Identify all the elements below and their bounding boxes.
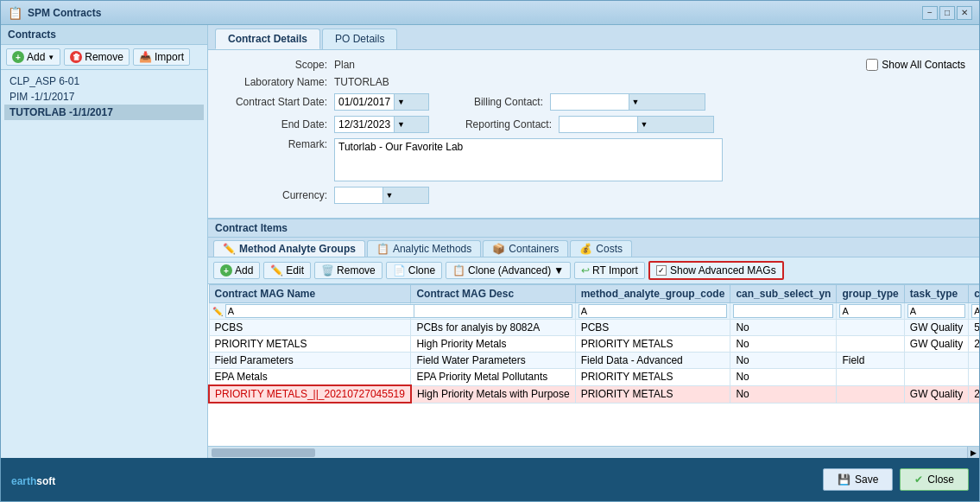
tab-contract-details[interactable]: Contract Details (215, 29, 320, 49)
items-edit-label: Edit (286, 264, 304, 276)
rt-import-button[interactable]: ↩ RT Import (574, 262, 645, 279)
add-icon: + (12, 51, 24, 63)
remove-label: Remove (85, 51, 123, 63)
filter-row: ✏️ (209, 303, 979, 320)
filter-cell (904, 303, 968, 320)
cell-group-type (837, 336, 904, 353)
reporting-contact-select[interactable]: ▼ (559, 116, 714, 133)
title-bar: 📋 SPM Contracts − □ ✕ (1, 1, 979, 25)
items-edit-button[interactable]: ✏️ Edit (263, 262, 311, 279)
table-header-row: Contract MAG Name Contract MAG Desc meth… (209, 285, 979, 303)
end-date-select[interactable]: 12/31/2023 ▼ (334, 116, 429, 133)
close-check-icon: ✔ (914, 473, 923, 486)
save-button[interactable]: 💾 Save (823, 468, 893, 491)
window-controls: − □ ✕ (922, 6, 972, 20)
window-body: Contracts + Add ▼ 🗑 Remove 📥 Import CLP_… (1, 25, 979, 458)
show-advanced-mags-label: Show Advanced MAGs (670, 264, 776, 276)
show-advanced-checkbox[interactable]: ✓ (656, 265, 667, 276)
filter-mag-name[interactable] (225, 304, 421, 318)
am-tab-icon: 📋 (376, 243, 389, 255)
close-button[interactable]: ✕ (957, 6, 972, 20)
logo-earth: earth (11, 475, 36, 487)
add-dropdown-icon: ▼ (47, 54, 54, 61)
tab-containers[interactable]: 📦 Containers (483, 240, 568, 257)
table-row-selected[interactable]: PRIORITY METALS_||_20210727045519 High P… (209, 385, 979, 403)
currency-select[interactable]: ▼ (334, 187, 429, 204)
show-all-contacts-checkbox[interactable] (866, 59, 878, 71)
tab-method-analyte-groups[interactable]: ✏️ Method Analyte Groups (213, 240, 365, 257)
table-row[interactable]: EPA Metals EPA Priority Metal Pollutants… (209, 369, 979, 386)
filter-can-sub[interactable] (733, 304, 833, 318)
maximize-button[interactable]: □ (939, 6, 955, 20)
remark-textarea[interactable]: Tutorlab - Our Favorite Lab (334, 138, 723, 181)
cell-mag-name: EPA Metals (209, 369, 411, 386)
tab-po-details[interactable]: PO Details (322, 29, 397, 49)
filter-cell (411, 303, 575, 320)
filter-cell (730, 303, 837, 320)
tab-costs[interactable]: 💰 Costs (570, 240, 632, 257)
filter-pencil-icon: ✏️ (212, 307, 223, 316)
contracts-toolbar: + Add ▼ 🗑 Remove 📥 Import (1, 45, 207, 70)
show-all-contacts-label: Show All Contacts (882, 59, 965, 71)
cell-mag-name-selected: PRIORITY METALS_||_20210727045519 (209, 385, 411, 403)
table-row[interactable]: Field Parameters Field Water Parameters … (209, 353, 979, 369)
items-add-button[interactable]: + Add (213, 262, 260, 279)
items-clone-advanced-button[interactable]: 📋 Clone (Advanced) ▼ (446, 262, 571, 279)
window-footer: earthsoft 💾 Save ✔ Close (1, 458, 979, 501)
horizontal-scrollbar[interactable]: ▶ (208, 446, 979, 458)
start-date-value: 01/01/2017 (335, 96, 394, 108)
scope-value: Plan (334, 59, 355, 71)
cell-task-type: GW Quality (904, 320, 968, 336)
list-item[interactable]: PIM -1/1/2017 (4, 89, 204, 105)
filter-mag-desc[interactable] (414, 304, 572, 318)
add-label: Add (27, 51, 45, 63)
items-remove-button[interactable]: 🗑️ Remove (314, 262, 383, 279)
cell-group-type-selected (837, 385, 904, 403)
list-item[interactable]: TUTORLAB -1/1/2017 (4, 105, 204, 120)
show-advanced-mags-button[interactable]: ✓ Show Advanced MAGs (648, 261, 784, 280)
import-contract-button[interactable]: 📥 Import (133, 48, 190, 66)
items-remove-label: Remove (337, 264, 376, 276)
containers-tab-label: Containers (509, 243, 559, 255)
table-row[interactable]: PRIORITY METALS High Priority Metals PRI… (209, 336, 979, 353)
end-date-arrow-icon: ▼ (394, 117, 428, 132)
col-can-sub-select-yn: can_sub_select_yn (730, 285, 837, 303)
billing-contact-select[interactable]: ▼ (550, 93, 705, 111)
costs-tab-icon: 💰 (579, 243, 592, 255)
main-content: Contract Details PO Details Scope: Plan … (208, 25, 979, 458)
contracts-list: CLP_ASP 6-01 PIM -1/1/2017 TUTORLAB -1/1… (1, 70, 207, 458)
items-clone-advanced-icon: 📋 (452, 264, 465, 276)
filter-group-type[interactable] (839, 304, 901, 318)
items-clone-button[interactable]: 📄 Clone (386, 262, 442, 279)
close-button[interactable]: ✔ Close (900, 468, 969, 491)
filter-cost[interactable] (971, 304, 979, 318)
start-date-select[interactable]: 01/01/2017 ▼ (334, 93, 429, 111)
list-item[interactable]: CLP_ASP 6-01 (4, 73, 204, 89)
earthsoft-logo: earthsoft (11, 471, 55, 489)
items-clone-label: Clone (408, 264, 435, 276)
lab-name-label: Laboratory Name: (222, 76, 334, 88)
lab-name-value: TUTORLAB (334, 76, 389, 88)
table-row[interactable]: PCBS PCBs for analyis by 8082A PCBS No G… (209, 320, 979, 336)
remark-label: Remark: (222, 138, 334, 150)
add-contract-button[interactable]: + Add ▼ (6, 48, 60, 66)
window-title: SPM Contracts (28, 7, 917, 19)
scrollbar-thumb (212, 448, 315, 457)
rt-import-icon: ↩ (581, 264, 590, 276)
items-add-label: Add (235, 264, 253, 276)
minimize-button[interactable]: − (922, 6, 938, 20)
cell-can-sub: No (730, 369, 837, 386)
currency-row: Currency: ▼ (222, 187, 965, 204)
items-clone-icon: 📄 (393, 264, 406, 276)
cell-can-sub-selected: No (730, 385, 837, 403)
col-contract-mag-desc: Contract MAG Desc (411, 285, 575, 303)
cell-cost-selected: 25.00 (969, 385, 979, 403)
filter-group-code[interactable] (579, 304, 728, 318)
filter-cell (837, 303, 904, 320)
remove-contract-button[interactable]: 🗑 Remove (64, 48, 130, 66)
filter-task-type[interactable] (907, 304, 965, 318)
scroll-right-button[interactable]: ▶ (967, 447, 979, 459)
col-method-analyte-group-code: method_analyte_group_code (575, 285, 730, 303)
tab-analytic-methods[interactable]: 📋 Analytic Methods (367, 240, 481, 257)
cell-group-code-selected: PRIORITY METALS (575, 385, 730, 403)
